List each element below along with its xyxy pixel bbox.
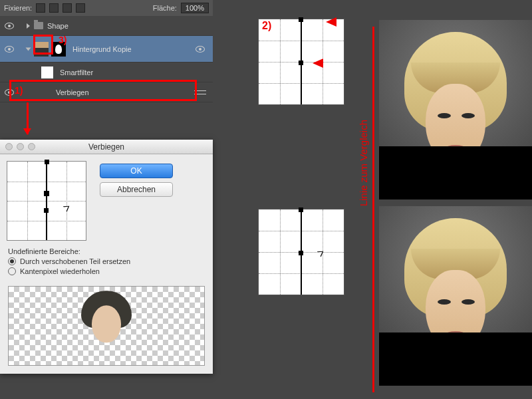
undef-label: Undefinierte Bereiche: (8, 247, 205, 255)
cancel-button[interactable]: Abbrechen (100, 182, 173, 197)
annotation-step3: 3) (59, 35, 66, 45)
compare-line-label: Linie zum Vergleich (358, 120, 369, 206)
dialog-titlebar[interactable]: Verbiegen (0, 140, 213, 154)
shear-grid[interactable] (7, 161, 86, 241)
compare-line (372, 27, 374, 392)
ok-label: OK (130, 166, 142, 176)
annotation-step1: 1) (15, 85, 23, 96)
fill-value[interactable]: 100% (181, 3, 209, 13)
lock-label: Fixieren: (4, 4, 32, 12)
dialog-title: Verbiegen (88, 142, 124, 152)
layer-label: Smartfilter (60, 68, 93, 76)
ok-button[interactable]: OK (100, 164, 173, 178)
visibility-icon[interactable] (5, 23, 14, 29)
radio-label: Kantenpixel wiederholen (20, 267, 100, 275)
expand-icon[interactable] (26, 47, 31, 51)
lock-transparency-icon[interactable] (36, 3, 45, 13)
lock-position-icon[interactable] (63, 3, 72, 13)
zoom-icon[interactable] (28, 143, 35, 150)
fill-label: Fläche: (153, 4, 177, 12)
cursor-icon (317, 249, 325, 257)
preview-head (81, 291, 132, 354)
curve-handle[interactable] (45, 160, 49, 164)
close-icon[interactable] (5, 143, 13, 150)
portrait-after (379, 206, 532, 386)
filtermask-thumbnail[interactable] (41, 66, 53, 78)
layer-label: Shape (47, 22, 68, 30)
minimize-icon[interactable] (17, 143, 24, 150)
portrait-before (379, 20, 532, 200)
annotation-box-mask (33, 35, 53, 55)
curve-handle (299, 17, 303, 22)
filter-visibility-icon[interactable] (196, 46, 205, 53)
radio-icon[interactable] (8, 267, 16, 275)
curve-handle[interactable] (44, 208, 49, 213)
radio-repeat-edge[interactable]: Kantenpixel wiederholen (8, 267, 205, 275)
annotation-box-filter (9, 80, 197, 101)
annotation-step2: 2) (262, 20, 271, 32)
undefined-areas-group: Undefinierte Bereiche: Durch verschobene… (0, 247, 213, 282)
radio-icon[interactable] (8, 257, 16, 265)
folder-icon (34, 22, 43, 29)
window-controls[interactable] (5, 143, 35, 150)
expand-icon[interactable] (27, 23, 30, 29)
layer-row-shape[interactable]: Shape (0, 16, 213, 36)
shear-grid-result (258, 209, 344, 295)
lock-image-icon[interactable] (49, 3, 59, 13)
cancel-label: Abbrechen (117, 185, 156, 194)
dialog-preview (8, 286, 205, 366)
cursor-icon (63, 203, 71, 212)
curve-handle (299, 251, 303, 255)
radio-wrap-around[interactable]: Durch verschobenen Teil ersetzen (8, 257, 205, 265)
shear-curve[interactable] (46, 162, 47, 240)
layer-label: Hintergrund Kopie (72, 45, 132, 53)
shear-dialog: Verbiegen OK Abbrechen Undefinierte Bere… (0, 140, 213, 374)
annotation-arrow-left (313, 59, 323, 68)
lock-row: Fixieren: Fläche: 100% (0, 0, 213, 16)
radio-label: Durch verschobenen Teil ersetzen (20, 257, 130, 265)
lock-all-icon[interactable] (76, 3, 85, 13)
curve-handle (299, 207, 303, 212)
visibility-icon[interactable] (5, 46, 14, 53)
annotation-arrow-left (326, 17, 336, 27)
layer-row-bgcopy[interactable]: Hintergrund Kopie (0, 36, 213, 63)
annotation-arrow-down (27, 102, 29, 134)
curve-handle (299, 61, 303, 65)
